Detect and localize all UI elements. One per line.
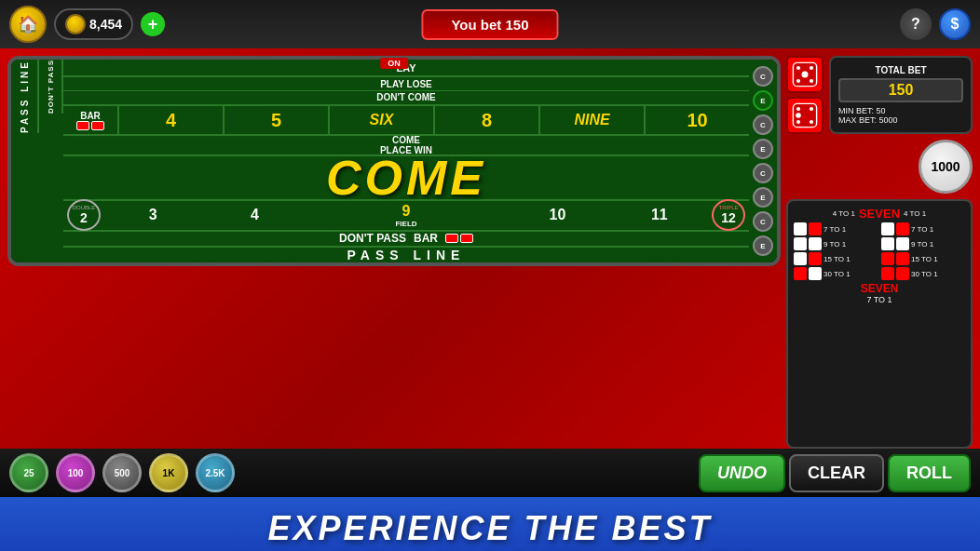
bar-dice-2 [91,121,104,130]
svg-point-8 [810,107,813,111]
number-8[interactable]: 8 [435,106,540,134]
dice-white-2 [881,222,894,235]
svg-point-3 [810,66,813,70]
right-panel: TOTAL BET 150 MIN BET: 50 MAX BET: 5000 … [786,56,973,449]
odds-9to1-row: 9 TO 1 9 TO 1 [794,237,965,250]
odds-seven-row: 4 TO 1 SEVEN 4 TO 1 [794,207,965,221]
svg-point-1 [802,72,809,78]
svg-point-5 [810,79,813,83]
max-bet-label: MAX BET: 5000 [838,115,963,125]
pass-line-left-label: PASS LINE [11,60,39,133]
add-coins-button[interactable]: + [141,12,165,36]
top-left-controls: 🏠 8,454 + [9,6,165,43]
c-circle-2[interactable]: C [753,114,773,135]
ce-circles: C E C E C E C E [749,60,777,262]
bar-dice-1 [76,121,89,130]
chip-25[interactable]: 25 [9,453,48,492]
dont-pass-vertical: DON'T PASS ⚃ [39,60,63,114]
min-bet-label: MIN BET: 50 [838,106,963,115]
on-indicator: ON [380,58,408,69]
e-circle-1[interactable]: E [753,90,773,111]
c-circle-3[interactable]: C [753,163,773,183]
bar-cell[interactable]: BAR [63,106,119,134]
field-3[interactable]: 3 [103,207,202,223]
bottom-chip-bar: 25 100 500 1K 2.5K UNDO CLEAR ROLL [0,449,980,497]
chip-2k5[interactable]: 2.5K [196,453,235,492]
coin-amount: 8,454 [89,17,122,32]
dont-pass-dice-2 [460,234,473,243]
field-double-2[interactable]: DOUBLE 2 [67,199,101,231]
c-circle-1[interactable]: C [753,66,773,87]
svg-point-9 [810,120,813,124]
pass-line-bottom-row: PASS LINE [63,248,749,262]
dont-come-row: PLAY LOSE DON'T COME [63,77,749,106]
svg-point-11 [796,120,800,124]
svg-point-4 [796,79,800,83]
top-right-controls: ? $ [900,8,971,40]
bet-panel: TOTAL BET 150 MIN BET: 50 MAX BET: 5000 [829,56,973,134]
promotional-banner: EXPERIENCE THE BEST DICE-ROLLING WITH CR… [0,497,980,551]
number-5[interactable]: 5 [225,106,330,134]
svg-point-10 [796,107,800,111]
craps-table-wrapper: ON PASS LINE DON'T PASS ⚃ [7,56,781,449]
chip-1k[interactable]: 1K [149,453,188,492]
roll-button[interactable]: ROLL [888,454,971,492]
main-area: ON PASS LINE DON'T PASS ⚃ [0,48,980,449]
number-cells: 4 5 SIX 8 NINE 10 [119,106,749,134]
odds-7to1-row: 7 TO 1 7 TO 1 [794,222,965,235]
undo-button[interactable]: UNDO [699,454,785,492]
dice-bet-area: TOTAL BET 150 MIN BET: 50 MAX BET: 5000 [786,56,973,134]
field-10[interactable]: 10 [508,207,606,223]
c-circle-4[interactable]: C [753,211,773,232]
dont-pass-row: DON'T PASS BAR [63,232,749,248]
chip-500[interactable]: 500 [102,453,142,492]
odds-15to1-row: 15 TO 1 15 TO 1 [794,252,965,265]
number-nine[interactable]: NINE [540,106,646,134]
craps-table[interactable]: PASS LINE DON'T PASS ⚃ [7,56,781,266]
home-button[interactable]: 🏠 [9,6,47,43]
banner-line-2: DICE-ROLLING WITH CRAPS [226,547,755,551]
number-six[interactable]: SIX [330,106,435,134]
dice-button-2[interactable] [786,97,823,134]
bet-amount-display: 150 [838,78,963,102]
field-11[interactable]: 11 [610,207,709,223]
come-big-row[interactable]: COME [63,156,749,201]
chip-1000[interactable]: 1000 [919,140,973,194]
dollar-button[interactable]: $ [939,8,971,40]
table-main-content: LAY PLAY LOSE DON'T COME [63,60,749,262]
chip-100[interactable]: 100 [56,453,95,492]
dont-pass-dice-1 [445,234,458,243]
clear-button[interactable]: CLEAR [789,454,884,492]
field-triple-12[interactable]: TRIPLE 12 [712,199,745,231]
odds-30to1-row: 30 TO 1 30 TO 1 [794,267,965,280]
action-buttons: UNDO CLEAR ROLL [699,454,971,492]
total-bet-title: TOTAL BET [838,65,963,75]
e-circle-2[interactable]: E [753,139,773,159]
e-circle-3[interactable]: E [753,187,773,208]
field-label-area: 9 FIELD [307,203,506,228]
numbers-row: BAR 4 5 SIX 8 NINE [63,106,749,136]
svg-point-2 [796,66,800,70]
help-button[interactable]: ? [900,8,932,40]
seven-bottom: SEVEN 7 TO 1 [794,282,965,304]
field-4[interactable]: 4 [205,207,304,223]
number-10[interactable]: 10 [646,106,749,134]
number-4[interactable]: 4 [119,106,225,134]
banner-line-1: EXPERIENCE THE BEST [267,510,712,547]
coin-icon [65,14,86,34]
dice-button-1[interactable] [786,56,823,93]
dice-buttons [786,56,823,134]
bet-display: You bet 150 [421,9,558,40]
svg-point-7 [796,113,801,118]
coin-display: 8,454 [54,8,133,40]
field-row: DOUBLE 2 3 4 9 FIELD 10 11 TRIP [63,201,749,232]
dice-red-1 [809,222,822,235]
e-circle-4[interactable]: E [753,235,773,256]
dice-red-2 [896,222,909,235]
odds-table: 4 TO 1 SEVEN 4 TO 1 7 TO 1 7 TO 1 [786,199,973,449]
dice-white-1 [794,222,807,235]
top-bar: 🏠 8,454 + You bet 150 ? $ [0,0,980,48]
